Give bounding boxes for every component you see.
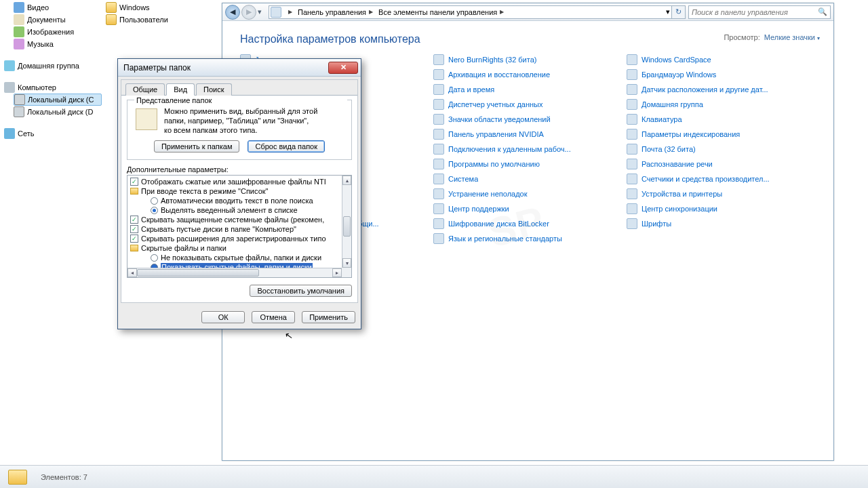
adv-setting-row[interactable]: Скрытые файлы и папки (127, 243, 342, 253)
cp-item[interactable]: Счетчики и средства производител... (627, 171, 820, 186)
horizontal-scrollbar[interactable]: ◂ ▸ (127, 268, 342, 277)
scroll-up-button[interactable]: ▴ (342, 176, 351, 185)
view-label: Просмотр: (724, 33, 760, 41)
tree-computer[interactable]: Компьютер (4, 81, 102, 94)
tree-homegroup[interactable]: Домашняя группа (4, 60, 102, 72)
checkbox-icon[interactable]: ✓ (130, 235, 138, 243)
cp-item-label: Распознавание речи (642, 160, 713, 168)
scroll-right-button[interactable]: ▸ (332, 268, 342, 277)
reset-folder-view-button[interactable]: Сброс вида папок (248, 140, 325, 152)
cp-item-label: Система (448, 175, 478, 183)
adv-setting-row[interactable]: Выделять введенный элемент в списке (127, 205, 342, 215)
scroll-thumb[interactable] (343, 216, 351, 237)
cp-item[interactable]: Клавиатура (627, 112, 820, 127)
apply-to-folders-button[interactable]: Применить к папкам (154, 140, 240, 152)
cp-item-icon (627, 69, 637, 80)
cp-item[interactable]: Устранение неполадок (433, 186, 627, 201)
cp-item[interactable]: Система (433, 171, 627, 186)
address-dropdown[interactable]: ▾ (666, 7, 670, 16)
tree-disk-d[interactable]: Локальный диск (D (14, 106, 102, 118)
status-bar: Элементов: 7 (0, 465, 868, 488)
cp-item[interactable]: Параметры индексирования (627, 127, 820, 142)
adv-setting-row[interactable]: ✓Отображать сжатые или зашифрованные фай… (127, 177, 342, 186)
cp-item-icon (433, 218, 444, 229)
cp-item[interactable]: Шрифты (627, 216, 820, 231)
apply-button[interactable]: Применить (302, 311, 355, 323)
view-mode-dropdown[interactable]: Мелкие значки▾ (764, 33, 820, 41)
nav-back-button[interactable]: ◀ (225, 5, 240, 20)
radio-icon[interactable] (151, 207, 158, 214)
tree-lib-music[interactable]: Музыка (14, 38, 102, 50)
dialog-titlebar[interactable]: Параметры папок ✕ (118, 59, 361, 77)
tab-view[interactable]: Вид (166, 83, 195, 96)
tree-lib-video[interactable]: Видео (14, 1, 102, 14)
breadcrumb-seg[interactable]: Панель управления▶ (295, 6, 376, 18)
toolbar: ◀ ▶ ▾ ▶ Панель управления▶ Все элементы … (222, 3, 833, 21)
cp-item[interactable]: Диспетчер учетных данных (433, 97, 627, 112)
cp-item[interactable]: Панель управления NVIDIA (433, 127, 627, 142)
adv-setting-row[interactable]: При вводе текста в режиме "Список" (127, 186, 342, 196)
cp-item[interactable]: Windows CardSpace (627, 52, 820, 67)
tree-lib-images[interactable]: Изображения (14, 26, 102, 38)
search-box[interactable]: 🔍 (688, 5, 831, 19)
document-icon (14, 14, 24, 25)
cp-item[interactable]: Подключения к удаленным рабоч... (433, 142, 627, 157)
cp-item[interactable]: Устройства и принтеры (627, 186, 820, 201)
cp-item-icon (627, 218, 637, 229)
cp-item[interactable]: Программы по умолчанию (433, 157, 627, 171)
cp-item-label: Устранение неполадок (448, 190, 528, 198)
cp-item[interactable]: Шифрование диска BitLocker (433, 216, 627, 231)
cp-item[interactable]: Nero BurnRights (32 бита) (433, 52, 627, 67)
cp-item[interactable]: Почта (32 бита) (627, 142, 820, 157)
nav-history-dropdown[interactable]: ▾ (258, 7, 266, 16)
cp-item-icon (433, 174, 444, 184)
cp-item[interactable]: Значки области уведомлений (433, 112, 627, 127)
radio-icon[interactable] (151, 197, 158, 205)
scroll-thumb[interactable] (137, 269, 259, 277)
cp-item[interactable]: Дата и время (433, 82, 627, 97)
adv-setting-row[interactable]: ✓Скрывать расширения для зарегистрирован… (127, 234, 342, 243)
checkbox-icon[interactable]: ✓ (130, 225, 138, 233)
cp-item[interactable]: Язык и региональные стандарты (433, 231, 627, 246)
cp-item-label: Программы по умолчанию (448, 160, 540, 168)
nav-forward-button[interactable]: ▶ (241, 5, 256, 20)
scroll-left-button[interactable]: ◂ (127, 268, 137, 277)
breadcrumb-seg[interactable]: ▶ (283, 6, 295, 18)
restore-defaults-button[interactable]: Восстановить умолчания (250, 285, 352, 297)
disk-icon (14, 94, 25, 105)
tree-lib-docs[interactable]: Документы (14, 14, 102, 26)
cp-item[interactable]: Домашняя группа (627, 97, 820, 112)
checkbox-icon[interactable]: ✓ (130, 178, 138, 186)
tree-disk-c[interactable]: Локальный диск (C (14, 94, 102, 106)
vertical-scrollbar[interactable]: ▴ ▾ (342, 176, 351, 268)
cp-item-label: Панель управления NVIDIA (448, 130, 544, 138)
radio-icon[interactable] (151, 254, 158, 262)
tab-general[interactable]: Общие (125, 83, 165, 96)
scroll-down-button[interactable]: ▾ (342, 258, 351, 268)
cancel-button[interactable]: Отмена (252, 311, 295, 323)
adv-setting-row[interactable]: Показывать скрытые файлы, папки и диски (127, 262, 342, 268)
cp-item[interactable]: Архивация и восстановление (433, 67, 627, 82)
cp-item[interactable]: Брандмауэр Windows (627, 67, 820, 82)
tree-network[interactable]: Сеть (4, 127, 102, 140)
cp-item[interactable]: Распознавание речи (627, 157, 820, 171)
refresh-button[interactable]: ↻ (672, 5, 686, 19)
cp-item-icon (433, 99, 444, 110)
folder-windows[interactable]: Windows (103, 1, 220, 14)
breadcrumb-seg[interactable]: Все элементы панели управления▶ (376, 6, 507, 18)
cp-item[interactable]: Центр синхронизации (627, 201, 820, 216)
adv-setting-row[interactable]: ✓Скрывать защищенные системные файлы (ре… (127, 215, 342, 224)
folder-users[interactable]: Пользователи (103, 14, 220, 26)
cp-item[interactable]: Центр поддержки (433, 201, 627, 216)
address-bar[interactable]: ▶ Панель управления▶ Все элементы панели… (269, 5, 672, 19)
network-icon (4, 128, 15, 139)
checkbox-icon[interactable]: ✓ (130, 216, 138, 224)
search-input[interactable] (692, 8, 818, 16)
adv-setting-row[interactable]: ✓Скрывать пустые диски в папке "Компьюте… (127, 224, 342, 234)
tab-search[interactable]: Поиск (196, 83, 231, 96)
ok-button[interactable]: ОК (201, 311, 245, 323)
close-button[interactable]: ✕ (328, 62, 358, 74)
adv-setting-row[interactable]: Не показывать скрытые файлы, папки и дис… (127, 253, 342, 262)
adv-setting-row[interactable]: Автоматически вводить текст в поле поиск… (127, 196, 342, 205)
cp-item[interactable]: Датчик расположения и другие дат... (627, 82, 820, 97)
